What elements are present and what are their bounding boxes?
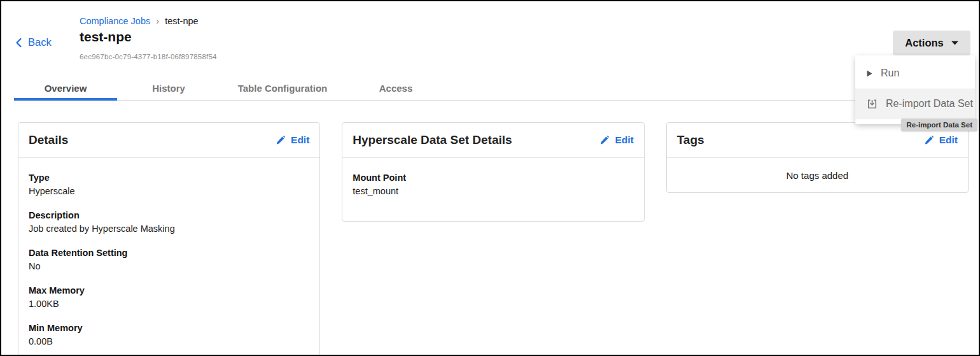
details-card-title: Details bbox=[29, 133, 68, 147]
field-max-memory: Max Memory 1.00KB bbox=[29, 285, 309, 310]
tags-card-title: Tags bbox=[677, 133, 704, 147]
dataset-card-header: Hyperscale Data Set Details Edit bbox=[342, 123, 643, 158]
field-max-memory-label: Max Memory bbox=[29, 285, 309, 296]
page-title: test-npe bbox=[80, 29, 132, 45]
dataset-card: Hyperscale Data Set Details Edit Mount P… bbox=[342, 122, 644, 222]
field-data-retention-value: No bbox=[29, 261, 309, 272]
import-icon bbox=[867, 99, 878, 110]
field-min-memory: Min Memory 0.00B bbox=[29, 322, 309, 347]
menu-item-run-label: Run bbox=[881, 68, 899, 79]
caret-down-icon bbox=[951, 41, 958, 45]
chevron-left-icon bbox=[15, 38, 22, 48]
tab-access[interactable]: Access bbox=[345, 76, 447, 100]
field-min-memory-value: 0.00B bbox=[29, 336, 309, 347]
tab-table-configuration[interactable]: Table Configuration bbox=[220, 76, 345, 100]
details-card-body: Type Hyperscale Description Job created … bbox=[18, 158, 319, 356]
breadcrumb-parent-link[interactable]: Compliance Jobs bbox=[80, 16, 150, 26]
field-description: Description Job created by Hyperscale Ma… bbox=[29, 210, 309, 234]
field-mount-point-value: test_mount bbox=[353, 186, 633, 197]
menu-item-reimport-data-set[interactable]: Re-import Data Set bbox=[855, 89, 975, 119]
tags-empty-message: No tags added bbox=[787, 170, 849, 181]
breadcrumb-separator: › bbox=[156, 15, 159, 26]
back-button[interactable]: Back bbox=[15, 36, 52, 48]
tab-bar: Overview History Table Configuration Acc… bbox=[14, 76, 973, 101]
tags-card-body: No tags added bbox=[667, 158, 968, 192]
compliance-job-detail-page: { "breadcrumb": { "parent": "Compliance … bbox=[0, 0, 980, 356]
edit-pencil-icon bbox=[276, 135, 286, 145]
actions-button-label: Actions bbox=[905, 37, 944, 49]
field-data-retention-label: Data Retention Setting bbox=[29, 247, 309, 259]
field-type-value: Hyperscale bbox=[29, 186, 309, 197]
actions-dropdown-menu: Run Re-import Data Set bbox=[855, 55, 975, 124]
details-card: Details Edit Type Hyperscale Description… bbox=[18, 122, 320, 356]
field-type: Type Hyperscale bbox=[29, 172, 309, 197]
breadcrumb: Compliance Jobs › test-npe bbox=[80, 15, 199, 26]
details-card-header: Details Edit bbox=[18, 123, 319, 158]
page-header: Compliance Jobs › test-npe Back test-npe… bbox=[1, 1, 979, 76]
menu-item-reimport-label: Re-import Data Set bbox=[886, 98, 973, 110]
field-min-memory-label: Min Memory bbox=[29, 322, 309, 334]
dataset-card-title: Hyperscale Data Set Details bbox=[353, 133, 512, 147]
job-uuid: 6ec967bc-0c79-4377-b18f-06f897858f54 bbox=[80, 53, 217, 61]
field-mount-point-label: Mount Point bbox=[353, 172, 633, 183]
field-type-label: Type bbox=[29, 172, 309, 183]
field-data-retention: Data Retention Setting No bbox=[29, 247, 309, 272]
dataset-edit-label: Edit bbox=[615, 134, 633, 146]
back-label: Back bbox=[28, 36, 52, 48]
menu-item-run[interactable]: Run bbox=[855, 58, 975, 89]
reimport-tooltip: Re-import Data Set bbox=[901, 118, 977, 131]
dataset-edit-button[interactable]: Edit bbox=[599, 134, 633, 146]
field-description-label: Description bbox=[29, 210, 309, 221]
tab-overview-label: Overview bbox=[45, 83, 87, 94]
tab-overview[interactable]: Overview bbox=[14, 76, 117, 100]
tab-history-label: History bbox=[152, 83, 185, 94]
play-icon bbox=[867, 70, 872, 77]
edit-pencil-icon bbox=[924, 135, 934, 145]
dataset-card-body: Mount Point test_mount bbox=[342, 158, 643, 221]
tags-card: Tags Edit No tags added bbox=[666, 122, 969, 193]
field-description-value: Job created by Hyperscale Masking bbox=[29, 224, 309, 234]
details-edit-button[interactable]: Edit bbox=[276, 134, 309, 146]
tab-table-configuration-label: Table Configuration bbox=[238, 83, 328, 94]
field-max-memory-value: 1.00KB bbox=[29, 299, 309, 310]
breadcrumb-current: test-npe bbox=[165, 16, 198, 26]
edit-pencil-icon bbox=[599, 135, 610, 145]
tags-edit-label: Edit bbox=[939, 134, 958, 146]
actions-button[interactable]: Actions bbox=[893, 31, 970, 55]
details-edit-label: Edit bbox=[291, 134, 309, 146]
field-mount-point: Mount Point test_mount bbox=[353, 172, 633, 197]
cards-row: Details Edit Type Hyperscale Description… bbox=[18, 122, 969, 356]
tab-history[interactable]: History bbox=[117, 76, 220, 100]
tab-access-label: Access bbox=[379, 83, 413, 94]
tags-edit-button[interactable]: Edit bbox=[924, 134, 958, 146]
